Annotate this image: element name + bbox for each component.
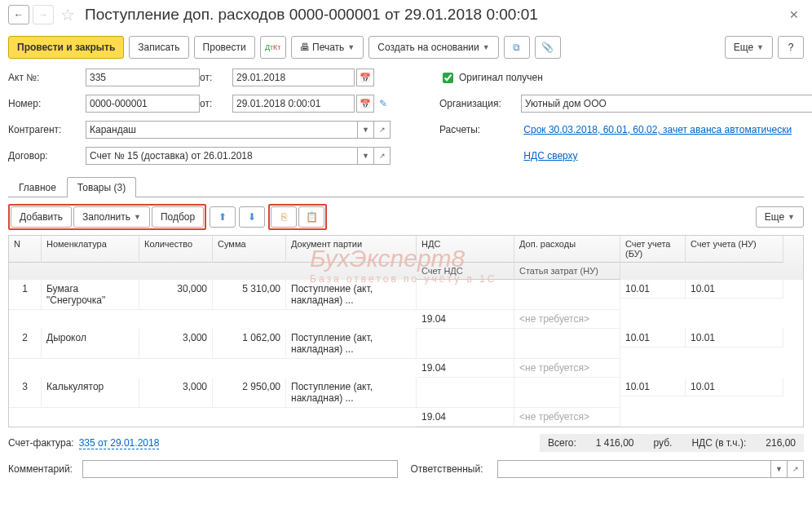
nav-back-button[interactable]: ← [8, 5, 29, 24]
table-row[interactable]: 2Дырокол3,0001 062,00Поступление (акт, н… [9, 329, 803, 378]
number-label: Номер: [8, 98, 86, 109]
col-cost-nu[interactable]: Статья затрат (НУ) [514, 263, 620, 280]
calendar-icon: 📅 [360, 99, 371, 109]
col-extra[interactable]: Доп. расходы [514, 236, 620, 263]
grid-more-button[interactable]: Еще▼ [756, 206, 804, 228]
save-button[interactable]: Записать [129, 36, 188, 59]
col-batch[interactable]: Документ партии [286, 236, 417, 263]
table-row[interactable]: 3Калькулятор3,0002 950,00Поступление (ак… [9, 378, 803, 427]
col-acct-bu[interactable]: Счет учета (БУ) [620, 236, 686, 263]
post-button[interactable]: Провести [194, 36, 255, 59]
from-label-2: от: [200, 98, 232, 109]
vat-link[interactable]: НДС сверху [523, 150, 577, 162]
arrow-up-icon: ⬆ [218, 211, 227, 223]
col-vat[interactable]: НДС [417, 236, 514, 263]
create-based-button[interactable]: Создать на основании▼ [368, 36, 498, 59]
col-n[interactable]: N [9, 236, 42, 263]
invoice-label: Счет-фактура: [8, 437, 74, 449]
move-down-button[interactable]: ⬇ [239, 206, 265, 228]
contract-label: Договор: [8, 150, 86, 162]
invoice-link[interactable]: 335 от 29.01.2018 [79, 437, 160, 449]
contract-open[interactable]: ↗ [374, 147, 391, 165]
total-value: 1 416,00 [596, 437, 634, 449]
col-acct-nu[interactable]: Счет учета (НУ) [686, 236, 783, 263]
paste-icon: 📋 [306, 211, 318, 223]
org-input[interactable]: Уютный дом ООО [521, 95, 812, 113]
from-label-1: от: [200, 72, 232, 83]
edit-icon[interactable]: ✎ [376, 98, 391, 109]
vat-label: НДС (в т.ч.): [691, 437, 746, 449]
print-button[interactable]: 🖶 Печать▼ [291, 36, 364, 59]
calc-label: Расчеты: [439, 124, 521, 135]
responsible-open[interactable]: ↗ [788, 460, 804, 478]
copy-icon: ⎘ [281, 211, 287, 223]
printer-icon: 🖶 [300, 42, 310, 53]
total-label: Всего: [548, 437, 576, 449]
copy-button[interactable]: ⎘ [271, 206, 297, 228]
contract-dropdown[interactable]: ▼ [358, 147, 374, 165]
responsible-label: Ответственный: [411, 463, 492, 475]
col-sum[interactable]: Сумма [213, 236, 286, 263]
paste-button[interactable]: 📋 [298, 206, 324, 228]
highlighted-copy-buttons: ⎘ 📋 [268, 204, 327, 230]
table-row[interactable]: 1Бумага "Снегурочка"30,0005 310,00Поступ… [9, 280, 803, 329]
contragent-dropdown[interactable]: ▼ [358, 121, 374, 139]
calendar-icon: 📅 [360, 73, 371, 83]
move-up-button[interactable]: ⬆ [210, 206, 236, 228]
original-received-checkbox[interactable] [443, 73, 453, 83]
fill-button[interactable]: Заполнить▼ [73, 206, 150, 228]
org-label: Организация: [439, 98, 521, 109]
post-and-close-button[interactable]: Провести и закрыть [8, 36, 124, 59]
number-date-input[interactable]: 29.01.2018 0:00:01 [232, 95, 355, 113]
number-input[interactable]: 0000-000001 [86, 95, 200, 113]
act-date-input[interactable]: 29.01.2018 [232, 69, 355, 86]
structure-button[interactable]: ⧉ [504, 36, 530, 59]
paperclip-icon: 📎 [541, 42, 554, 53]
col-item[interactable]: Номенклатура [42, 236, 139, 263]
tab-goods[interactable]: Товары (3) [67, 177, 136, 197]
close-button[interactable]: ✕ [784, 7, 804, 23]
comment-input[interactable] [82, 460, 398, 478]
original-received-label: Оригинал получен [459, 72, 543, 83]
contragent-label: Контрагент: [8, 124, 86, 135]
dt-kt-button[interactable]: ДтКт [260, 36, 286, 59]
add-row-button[interactable]: Добавить [11, 206, 72, 228]
currency: руб. [653, 437, 672, 449]
act-label: Акт №: [8, 72, 86, 83]
nav-forward-button: → [33, 5, 54, 24]
calendar-button-1[interactable]: 📅 [356, 69, 374, 86]
act-number-input[interactable]: 335 [86, 69, 200, 86]
contragent-input[interactable]: Карандаш [86, 121, 358, 139]
highlighted-buttons: Добавить Заполнить▼ Подбор [8, 204, 206, 230]
favorite-icon[interactable]: ☆ [60, 5, 75, 24]
calc-link[interactable]: Срок 30.03.2018, 60.01, 60.02, зачет ава… [523, 124, 792, 135]
attach-button[interactable]: 📎 [535, 36, 561, 59]
more-button[interactable]: Еще▼ [725, 36, 773, 59]
responsible-input[interactable] [497, 460, 772, 478]
arrow-down-icon: ⬇ [248, 211, 256, 223]
col-vat-acct[interactable]: Счет НДС [417, 263, 514, 280]
calendar-button-2[interactable]: 📅 [356, 95, 374, 113]
col-qty[interactable]: Количество [139, 236, 213, 263]
responsible-dropdown[interactable]: ▼ [771, 460, 788, 478]
goods-table: N Номенклатура Количество Сумма Документ… [8, 235, 804, 427]
page-title: Поступление доп. расходов 0000-000001 от… [85, 6, 538, 24]
contragent-open[interactable]: ↗ [374, 121, 391, 139]
contract-input[interactable]: Счет № 15 (доставка) от 26.01.2018 [86, 147, 358, 165]
select-button[interactable]: Подбор [152, 206, 204, 228]
help-button[interactable]: ? [778, 36, 804, 59]
vat-value: 216,00 [766, 437, 796, 449]
tab-main[interactable]: Главное [8, 177, 67, 197]
totals-bar: Всего: 1 416,00 руб. НДС (в т.ч.): 216,0… [540, 434, 804, 452]
comment-label: Комментарий: [8, 463, 77, 475]
